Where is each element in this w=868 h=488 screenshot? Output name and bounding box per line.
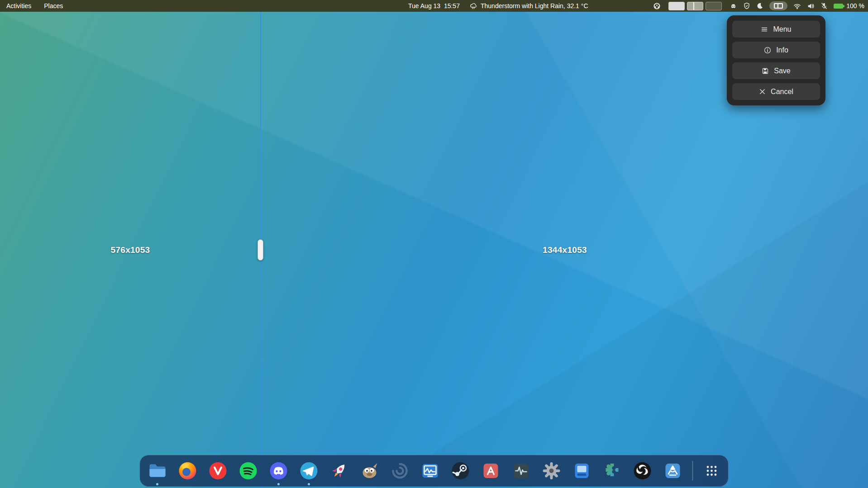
dock-icon-recycle-box[interactable] [662, 460, 684, 482]
dock-icon-telegram[interactable] [298, 460, 320, 482]
menu-item-save[interactable]: Save [732, 62, 820, 79]
dock-icon-letter-a-store[interactable] [480, 460, 502, 482]
tiling-resize-handle[interactable] [258, 239, 263, 261]
dock-icon-waveform[interactable] [510, 460, 532, 482]
weather-indicator[interactable]: Thunderstorm with Light Rain, 32.1 °C [470, 0, 588, 12]
dock-icon-steam[interactable] [450, 460, 472, 482]
app-grid-icon [704, 463, 720, 479]
menu-item-label: Info [776, 46, 788, 54]
dock-icon-swirl[interactable] [389, 460, 411, 482]
battery-indicator[interactable]: 100 % [834, 2, 864, 9]
battery-percent-label: 100 % [846, 2, 864, 9]
app-grid-button[interactable] [702, 460, 722, 482]
places-button[interactable]: Places [38, 0, 69, 12]
menu-item-cancel[interactable]: Cancel [732, 83, 820, 100]
right-zone-size-label: 1344x1053 [543, 245, 587, 255]
dock-icon-firefox[interactable] [177, 460, 199, 482]
moon-icon[interactable] [756, 2, 763, 9]
hamburger-icon [761, 26, 768, 33]
tiling-layout-icon [774, 3, 783, 9]
dock-icon-files[interactable] [147, 460, 168, 482]
running-indicator [277, 483, 280, 485]
running-indicator [308, 483, 310, 485]
battery-icon [834, 4, 843, 9]
tiling-popup-menu: Menu Info Save Cancel [727, 15, 825, 105]
layout-preview-dark[interactable] [706, 2, 722, 10]
top-panel: Activities Places Tue Aug 13 15:57 Thund… [0, 0, 868, 12]
dock-icon-obs-studio[interactable] [632, 460, 653, 482]
save-icon [762, 67, 769, 75]
volume-icon[interactable] [807, 2, 815, 10]
dock-icon-discord[interactable] [268, 460, 290, 482]
dock-icon-rocket[interactable] [329, 460, 350, 482]
dock-icon-vivaldi[interactable] [207, 460, 229, 482]
discord-tray-icon[interactable] [730, 2, 737, 10]
dock-icon-monitor-graph[interactable] [420, 460, 441, 482]
obs-tray-icon[interactable] [653, 2, 661, 10]
panel-left-group: Activities Places [0, 0, 69, 12]
close-icon [759, 88, 766, 95]
layout-preview-split[interactable] [687, 2, 703, 10]
menu-item-label: Save [774, 67, 790, 75]
left-zone-size-label: 576x1053 [111, 245, 150, 255]
dock-icon-puzzle-extension[interactable] [601, 460, 623, 482]
menu-item-label: Cancel [771, 88, 793, 96]
layout-preview-light[interactable] [668, 2, 685, 10]
dock-icon-settings-gear[interactable] [541, 460, 563, 482]
dock-icon-gimp[interactable] [359, 460, 381, 482]
system-tray: 100 % [653, 0, 864, 12]
tiling-menu-button[interactable] [769, 1, 787, 10]
dock-icon-spotify[interactable] [238, 460, 259, 482]
menu-item-label: Menu [773, 25, 791, 33]
menu-item-info[interactable]: Info [732, 42, 820, 58]
info-icon [764, 47, 771, 54]
dock-icon-blue-box[interactable] [571, 460, 593, 482]
shield-icon[interactable] [743, 2, 750, 9]
microphone-icon[interactable] [820, 2, 828, 9]
running-indicator [156, 483, 158, 485]
weather-text: Thunderstorm with Light Rain, 32.1 °C [481, 2, 588, 9]
dock [140, 455, 729, 487]
menu-item-menu[interactable]: Menu [732, 21, 820, 38]
dock-separator [692, 461, 693, 481]
layout-preview-group [668, 2, 722, 10]
weather-icon [470, 2, 477, 9]
wifi-icon[interactable] [793, 2, 801, 10]
activities-button[interactable]: Activities [0, 0, 38, 12]
clock-button[interactable]: Tue Aug 13 15:57 [408, 0, 460, 12]
